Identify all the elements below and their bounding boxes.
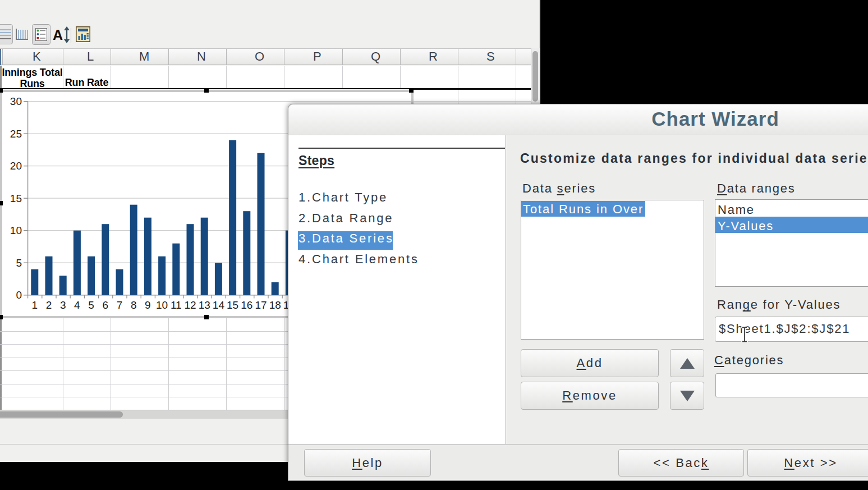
svg-text:2: 2 [46,299,52,311]
svg-text:14: 14 [213,299,225,311]
svg-text:6: 6 [103,299,109,311]
svg-text:5: 5 [16,257,22,269]
svg-text:13: 13 [199,299,210,311]
svg-text:0: 0 [16,289,22,301]
svg-text:5: 5 [88,299,94,311]
svg-text:15: 15 [10,193,22,204]
svg-text:30: 30 [10,95,22,107]
svg-text:11: 11 [171,299,182,311]
svg-text:18: 18 [269,299,281,311]
svg-text:10: 10 [10,225,22,236]
svg-text:25: 25 [10,128,22,140]
svg-text:4: 4 [74,299,80,311]
svg-text:17: 17 [255,299,267,311]
svg-text:16: 16 [241,299,252,311]
svg-text:20: 20 [10,160,22,172]
svg-text:12: 12 [184,299,196,311]
svg-text:3: 3 [60,299,66,311]
svg-text:10: 10 [156,299,168,311]
svg-text:7: 7 [117,299,123,311]
svg-text:8: 8 [131,299,137,311]
svg-text:15: 15 [227,299,238,311]
svg-text:1: 1 [32,299,38,311]
svg-text:9: 9 [145,299,151,311]
